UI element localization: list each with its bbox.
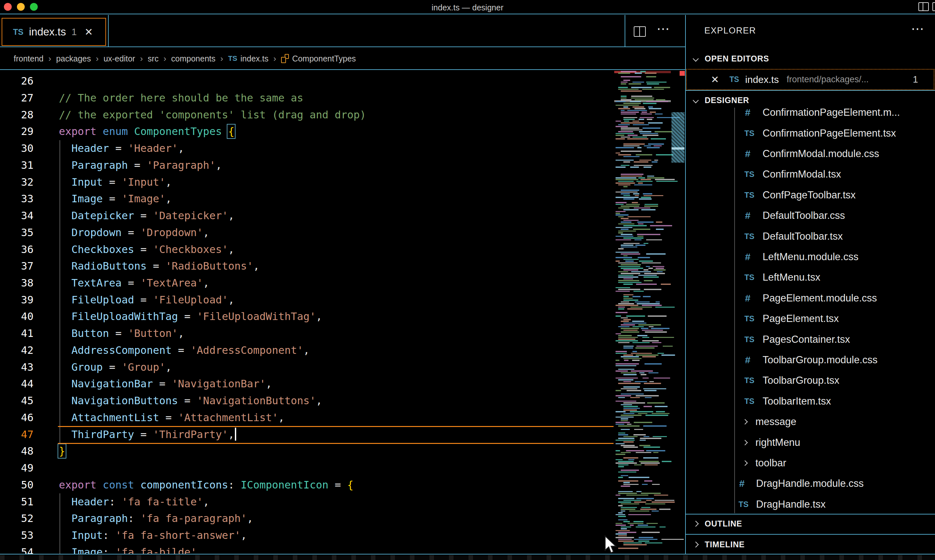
- scrollbar-thumb[interactable]: [672, 112, 684, 163]
- code-line-41[interactable]: 41 Button = 'Button',: [0, 325, 615, 342]
- tree-item-file[interactable]: TSLeftMenu.tsx: [686, 267, 935, 288]
- timeline-section-header[interactable]: TIMELINE: [686, 537, 935, 552]
- code-line-44[interactable]: 44 NavigationBar = 'NavigationBar',: [0, 375, 615, 392]
- line-number[interactable]: 46: [0, 409, 34, 426]
- code-line-30[interactable]: 30 Header = 'Header',: [0, 140, 615, 157]
- code-line-53[interactable]: 53 Input: 'fa fa-short-answer',: [0, 527, 615, 544]
- code-line-52[interactable]: 52 Paragraph: 'fa fa-paragraph',: [0, 510, 615, 527]
- open-editors-header[interactable]: OPEN EDITORS: [686, 51, 935, 66]
- line-number[interactable]: 32: [0, 174, 34, 191]
- tree-item-folder[interactable]: rightMenu: [686, 432, 935, 453]
- code-line-27[interactable]: 27// The order here should be the same a…: [0, 89, 615, 106]
- breadcrumb-item[interactable]: ux-editor: [103, 54, 135, 63]
- tree-item-file[interactable]: TSToolbarItem.tsx: [686, 391, 935, 411]
- line-number[interactable]: 31: [0, 157, 34, 174]
- code-line-36[interactable]: 36 Checkboxes = 'Checkboxes',: [0, 241, 615, 258]
- line-number[interactable]: 47: [0, 426, 34, 443]
- code-line-35[interactable]: 35 Dropdown = 'Dropdown',: [0, 224, 615, 241]
- code-line-46[interactable]: 46 AttachmentList = 'AttachmentList',: [0, 409, 615, 426]
- line-number[interactable]: 36: [0, 241, 34, 258]
- code-editor[interactable]: 2627// The order here should be the same…: [0, 71, 685, 554]
- line-number[interactable]: 30: [0, 140, 34, 157]
- close-tab-icon[interactable]: ✕: [85, 26, 93, 38]
- code-line-42[interactable]: 42 AddressComponent = 'AddressComponent'…: [0, 342, 615, 359]
- tree-item-file[interactable]: TSDragHandle.tsx: [686, 494, 935, 514]
- line-number[interactable]: 26: [0, 72, 34, 89]
- layout-secondary-icon[interactable]: [932, 2, 935, 11]
- tree-item-file[interactable]: #PageElement.module.css: [686, 288, 935, 308]
- editor-scrollbar[interactable]: [671, 71, 685, 554]
- code-line-26[interactable]: 26: [0, 72, 615, 89]
- tree-item-file[interactable]: TSPageElement.tsx: [686, 309, 935, 329]
- breadcrumb-item[interactable]: packages: [56, 54, 91, 63]
- line-number[interactable]: 44: [0, 375, 34, 392]
- breadcrumb-symbol[interactable]: ComponentTypes: [281, 54, 356, 63]
- minimap[interactable]: [614, 71, 671, 554]
- line-number[interactable]: 53: [0, 527, 34, 544]
- breadcrumb-item[interactable]: frontend: [14, 54, 43, 63]
- tree-item-file[interactable]: #ConfirmModal.module.css: [686, 144, 935, 164]
- code-line-43[interactable]: 43 Group = 'Group',: [0, 359, 615, 375]
- line-number[interactable]: 35: [0, 224, 34, 241]
- line-number[interactable]: 27: [0, 89, 34, 106]
- code-line-49[interactable]: 49: [0, 460, 615, 477]
- code-line-54[interactable]: 54 Image: 'fa fa-bilde',: [0, 544, 615, 554]
- tree-item-file[interactable]: TSPagesContainer.tsx: [686, 329, 935, 349]
- tree-item-folder[interactable]: toolbar: [686, 453, 935, 474]
- line-number[interactable]: 40: [0, 308, 34, 325]
- code-line-50[interactable]: 50export const componentIcons: IComponen…: [0, 477, 615, 493]
- line-number[interactable]: 33: [0, 190, 34, 207]
- code-line-40[interactable]: 40 FileUploadWithTag = 'FileUploadWithTa…: [0, 308, 615, 325]
- layout-panel-icon[interactable]: [918, 2, 929, 11]
- close-editor-icon[interactable]: ✕: [711, 74, 719, 85]
- designer-section-header[interactable]: DESIGNER: [686, 93, 935, 108]
- code-line-38[interactable]: 38 TextArea = 'TextArea',: [0, 274, 615, 291]
- code-line-33[interactable]: 33 Image = 'Image',: [0, 190, 615, 207]
- tree-item-file[interactable]: TSToolbarGroup.tsx: [686, 371, 935, 391]
- split-editor-icon[interactable]: [634, 26, 646, 37]
- tree-item-file[interactable]: #LeftMenu.module.css: [686, 247, 935, 267]
- line-number[interactable]: 38: [0, 274, 34, 291]
- tree-item-file[interactable]: #DefaultToolbar.css: [686, 206, 935, 226]
- tree-item-folder[interactable]: message: [686, 412, 935, 432]
- breadcrumb-file[interactable]: TSindex.ts: [228, 54, 268, 63]
- line-number[interactable]: 41: [0, 325, 34, 342]
- editor-more-actions-icon[interactable]: ⋯: [656, 25, 670, 32]
- line-number[interactable]: 43: [0, 359, 34, 375]
- line-number[interactable]: 29: [0, 123, 34, 140]
- tree-item-file[interactable]: TSDefaultToolbar.tsx: [686, 226, 935, 246]
- open-editor-item-index-ts[interactable]: ✕ TS index.ts frontend/packages/... 1: [686, 69, 934, 90]
- code-line-48[interactable]: 48}: [0, 443, 615, 460]
- tree-item-file[interactable]: TSConfPageToolbar.tsx: [686, 185, 935, 205]
- line-number[interactable]: 39: [0, 291, 34, 308]
- code-line-45[interactable]: 45 NavigationButtons = 'NavigationButton…: [0, 392, 615, 409]
- tree-item-file[interactable]: #DragHandle.module.css: [686, 474, 935, 494]
- line-number[interactable]: 48: [0, 443, 34, 460]
- line-number[interactable]: 54: [0, 544, 34, 554]
- outline-section-header[interactable]: OUTLINE: [686, 516, 935, 531]
- tree-item-file[interactable]: #ToolbarGroup.module.css: [686, 350, 935, 371]
- breadcrumb-item[interactable]: src: [148, 54, 159, 63]
- code-line-34[interactable]: 34 Datepicker = 'Datepicker',: [0, 207, 615, 224]
- code-line-31[interactable]: 31 Paragraph = 'Paragraph',: [0, 157, 615, 174]
- breadcrumb-item[interactable]: components: [171, 54, 216, 63]
- line-number[interactable]: 51: [0, 493, 34, 510]
- code-line-47[interactable]: 47 ThirdParty = 'ThirdParty',: [0, 426, 615, 443]
- code-line-28[interactable]: 28// the exported 'components' list (dra…: [0, 106, 615, 123]
- code-line-32[interactable]: 32 Input = 'Input',: [0, 174, 615, 191]
- tree-item-file[interactable]: TSConfirmModal.tsx: [686, 164, 935, 185]
- code-line-29[interactable]: 29export enum ComponentTypes {: [0, 123, 615, 140]
- tab-index-ts[interactable]: TS index.ts 1 ✕: [2, 18, 106, 46]
- line-number[interactable]: 34: [0, 207, 34, 224]
- code-line-51[interactable]: 51 Header: 'fa fa-title',: [0, 493, 615, 510]
- line-number[interactable]: 28: [0, 106, 34, 123]
- line-number[interactable]: 49: [0, 460, 34, 477]
- line-number[interactable]: 37: [0, 258, 34, 274]
- code-line-39[interactable]: 39 FileUpload = 'FileUpload',: [0, 291, 615, 308]
- code-line-37[interactable]: 37 RadioButtons = 'RadioButtons',: [0, 258, 615, 274]
- explorer-more-actions-icon[interactable]: ⋯: [911, 25, 924, 32]
- line-number[interactable]: 52: [0, 510, 34, 527]
- line-number[interactable]: 50: [0, 477, 34, 493]
- line-number[interactable]: 42: [0, 342, 34, 359]
- line-number[interactable]: 45: [0, 392, 34, 409]
